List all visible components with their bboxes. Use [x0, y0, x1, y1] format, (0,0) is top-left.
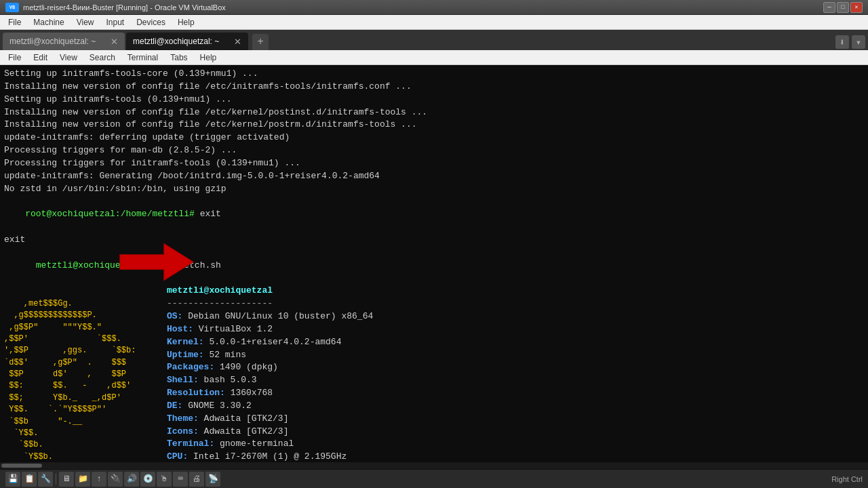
- term-menu-view[interactable]: View: [54, 52, 83, 64]
- menu-input[interactable]: Input: [101, 16, 130, 28]
- menu-view[interactable]: View: [71, 16, 100, 28]
- neofetch-output: ,met$$$Gg. ,g$$$$$$$$$$$$$P. ,g$$P" """Y…: [4, 285, 864, 462]
- bottom-icon-5[interactable]: ↑: [92, 472, 106, 487]
- exit-line: exit: [4, 234, 864, 247]
- menu-help[interactable]: Help: [172, 16, 200, 28]
- root-prompt-line: root@xochiquetzal:/home/metztli# exit: [4, 195, 864, 234]
- term-menu-terminal[interactable]: Terminal: [122, 52, 163, 64]
- titlebar-controls: ─ □ ✕: [823, 2, 863, 13]
- menu-machine[interactable]: Machine: [28, 16, 69, 28]
- minimize-button[interactable]: ─: [823, 2, 835, 13]
- new-tab-button[interactable]: +: [252, 34, 269, 50]
- terminal-menubar: File Edit View Search Terminal Tabs Help: [0, 50, 868, 65]
- term-line: Installing new version of config file /e…: [4, 81, 864, 94]
- term-line: Installing new version of config file /e…: [4, 119, 864, 131]
- restore-button[interactable]: □: [837, 2, 849, 13]
- titlebar: VB metztli-reiser4-Виии-Buster [Running]…: [0, 0, 868, 15]
- bottom-icon-4[interactable]: 📁: [75, 472, 90, 487]
- tab-0-close[interactable]: ✕: [111, 37, 118, 47]
- bottom-icon-8[interactable]: 💿: [140, 472, 155, 487]
- scrollbar-thumb[interactable]: [1, 464, 42, 468]
- titlebar-left: VB metztli-reiser4-Виии-Buster [Running]…: [5, 3, 226, 12]
- neofetch-os: OS: Debian GNU/Linux 10 (buster) x86_64: [167, 310, 864, 323]
- neofetch-packages: Packages: 1490 (dpkg): [167, 361, 864, 374]
- neofetch-uptime: Uptime: 52 mins: [167, 349, 864, 362]
- user-prompt: metztli@xochiquetzal:~$: [36, 260, 163, 270]
- horizontal-scrollbar[interactable]: [0, 462, 868, 469]
- close-button[interactable]: ✕: [850, 2, 863, 13]
- tab-right-controls: ⬇ ▾: [835, 35, 865, 50]
- window-title: metztli-reiser4-Виии-Buster [Running] - …: [23, 3, 226, 12]
- neofetch-logo: ,met$$$Gg. ,g$$$$$$$$$$$$$P. ,g$$P" """Y…: [4, 285, 167, 462]
- term-menu-help[interactable]: Help: [195, 52, 222, 64]
- tab-1[interactable]: metztli@xochiquetzal: ~ ✕: [126, 33, 248, 50]
- term-line: Setting up initramfs-tools (0.139+nmu1) …: [4, 94, 864, 106]
- menu-devices[interactable]: Devices: [131, 16, 171, 28]
- virtualbox-logo: VB: [5, 3, 19, 12]
- terminal-area[interactable]: Setting up initramfs-tools-core (0.139+n…: [0, 65, 868, 462]
- neofetch-cpu: CPU: Intel i7-2670M (1) @ 2.195GHz: [167, 451, 864, 462]
- tab-1-close[interactable]: ✕: [234, 37, 241, 47]
- bottom-icon-11[interactable]: 🖨: [189, 472, 204, 487]
- term-line: Processing triggers for man-db (2.8.5-2)…: [4, 144, 864, 157]
- virtualbox-menubar: File Machine View Input Devices Help: [0, 15, 868, 30]
- tab-0[interactable]: metztli@xochiquetzal: ~ ✕: [3, 33, 125, 50]
- neofetch-theme: Theme: Adwaita [GTK2/3]: [167, 413, 864, 426]
- term-menu-file[interactable]: File: [3, 52, 26, 64]
- neofetch-host: Host: VirtualBox 1.2: [167, 323, 864, 336]
- neofetch-de: DE: GNOME 3.30.2: [167, 400, 864, 413]
- term-menu-search[interactable]: Search: [84, 52, 121, 64]
- term-line: update-initramfs: deferring update (trig…: [4, 131, 864, 144]
- menu-file[interactable]: File: [3, 16, 26, 28]
- bottom-icon-7[interactable]: 🔊: [124, 472, 139, 487]
- neofetch-shell: Shell: bash 5.0.3: [167, 374, 864, 387]
- terminal-tabbar: metztli@xochiquetzal: ~ ✕ metztli@xochiq…: [0, 30, 868, 50]
- tab-scroll-right[interactable]: ▾: [852, 35, 865, 49]
- bottom-icon-1[interactable]: 📋: [22, 472, 37, 487]
- bottom-icon-2[interactable]: 🔧: [38, 472, 53, 487]
- term-menu-edit[interactable]: Edit: [28, 52, 53, 64]
- term-line: Installing new version of config file /e…: [4, 106, 864, 119]
- neofetch-terminal: Terminal: gnome-terminal: [167, 438, 864, 451]
- tab-scroll-left[interactable]: ⬇: [835, 35, 849, 49]
- bottom-icon-3[interactable]: 🖥: [59, 472, 74, 487]
- bottom-separator: [56, 474, 56, 485]
- neofetch-prompt-container: metztli@xochiquetzal:~$ neofetch.sh: [4, 247, 864, 285]
- neofetch-info: metztli@xochiquetzal -------------------…: [167, 285, 864, 462]
- root-prompt: root@xochiquetzal:/home/metztli#: [25, 209, 199, 219]
- bottom-icon-9[interactable]: 🖱: [157, 472, 172, 487]
- tab-0-label: metztli@xochiquetzal: ~: [9, 37, 96, 46]
- bottom-icon-0[interactable]: 💾: [5, 472, 20, 487]
- tab-1-label: metztli@xochiquetzal: ~: [133, 37, 219, 46]
- bottom-icon-12[interactable]: 📡: [205, 472, 220, 487]
- term-line: Processing triggers for initramfs-tools …: [4, 157, 864, 170]
- bottom-icon-6[interactable]: 🔌: [108, 472, 123, 487]
- neofetch-resolution: Resolution: 1360x768: [167, 387, 864, 400]
- term-line: Setting up initramfs-tools-core (0.139+n…: [4, 68, 864, 81]
- term-line: update-initramfs: Generating /boot/initr…: [4, 170, 864, 183]
- neofetch-username-row: metztli@xochiquetzal: [167, 285, 864, 298]
- term-menu-tabs[interactable]: Tabs: [165, 52, 193, 64]
- neofetch-sep-row: --------------------: [167, 298, 864, 310]
- bottom-statusbar: 💾 📋 🔧 🖥 📁 ↑ 🔌 🔊 💿 🖱 ⌨ 🖨 📡 Right Ctrl: [0, 469, 868, 488]
- bottom-right-area: Right Ctrl: [831, 475, 863, 483]
- neofetch-icons: Icons: Adwaita [GTK2/3]: [167, 426, 864, 439]
- neofetch-kernel: Kernel: 5.0.0-1+reiser4.0.2-amd64: [167, 336, 864, 349]
- bottom-icon-10[interactable]: ⌨: [173, 472, 188, 487]
- right-ctrl-label: Right Ctrl: [831, 475, 863, 483]
- term-line: No zstd in /usr/bin:/sbin:/bin, using gz…: [4, 183, 864, 196]
- user-prompt-line: metztli@xochiquetzal:~$ neofetch.sh: [4, 247, 864, 285]
